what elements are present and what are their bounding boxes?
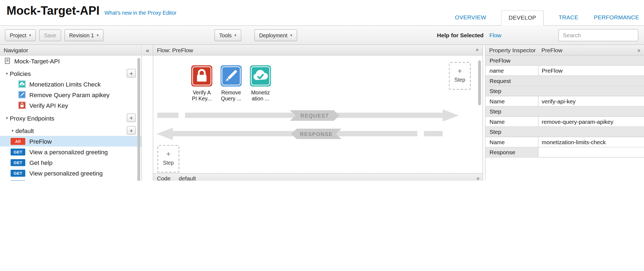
navigator-collapse-gutter: «: [142, 45, 153, 181]
property-inspector-title: Property Inspector: [489, 47, 536, 53]
nav-flow-view-a-personalized-greeting[interactable]: GETView a personalized greeting: [0, 147, 142, 157]
nav-flow-label: View API affirmation: [29, 180, 84, 181]
inspector-value[interactable]: remove-query-param-apikey: [539, 117, 644, 127]
deployment-menu-label: Deployment: [259, 32, 287, 38]
flow-panel-title: Flow: PreFlow: [157, 47, 193, 53]
collapse-code-button[interactable]: «: [476, 175, 479, 181]
inspector-label: Name: [486, 137, 539, 147]
flow-policy-monetization[interactable]: Monetization ...: [246, 65, 275, 102]
flow-policy-label-line: ation ...: [246, 96, 275, 102]
method-badge: GET: [11, 170, 25, 177]
nav-flow-preflow[interactable]: AllPreFlow: [0, 136, 142, 147]
monetization-icon: [250, 65, 271, 87]
nav-policy-monetization-limits-check[interactable]: Monetization Limits Check: [0, 79, 142, 90]
flow-policy-label: RemoveQuery ...: [217, 90, 246, 102]
inspector-value[interactable]: PreFlow: [539, 66, 644, 76]
flow-policy-pencil[interactable]: RemoveQuery ...: [217, 65, 246, 102]
caret-down-icon: ▾: [97, 33, 99, 37]
inspector-label: name: [486, 66, 539, 76]
lock-icon: [18, 102, 26, 109]
property-inspector-header: Property Inspector PreFlow »: [486, 45, 644, 56]
save-button-label: Save: [44, 32, 56, 38]
response-label: RESPONSE: [291, 129, 342, 139]
add-step-button-request[interactable]: + Step: [449, 62, 471, 90]
navigator-scrollbar[interactable]: [137, 58, 140, 181]
inspector-property: Nameverify-api-key: [486, 96, 644, 107]
inspector-value[interactable]: monetization-limits-check: [539, 137, 644, 147]
nav-section-proxy-endpoints[interactable]: ▾Proxy Endpoints+: [0, 113, 142, 123]
inspector-label: Name: [486, 117, 539, 127]
plus-icon: +: [450, 67, 470, 75]
code-panel-title: Code: [157, 175, 171, 181]
tab-performance[interactable]: PERFORMANCE: [593, 10, 640, 26]
tools-menu-button[interactable]: Tools ▾: [214, 29, 241, 41]
inspector-property: namePreFlow: [486, 66, 644, 76]
inspector-label: Name: [486, 96, 539, 106]
whats-new-link[interactable]: What's new in the Proxy Editor: [104, 10, 176, 16]
inspector-value[interactable]: verify-api-key: [539, 96, 644, 106]
nav-flow-label: PreFlow: [29, 138, 52, 145]
navigator-tree: Mock-Target-API▾Policies+Monetization Li…: [0, 56, 142, 181]
project-menu-button[interactable]: Project ▾: [5, 29, 36, 41]
tools-menu-label: Tools: [219, 32, 232, 38]
flow-scrollbar[interactable]: [478, 60, 481, 105]
nav-flow-label: Get help: [29, 159, 52, 166]
tab-trace[interactable]: TRACE: [558, 10, 579, 26]
monetization-icon: [18, 81, 26, 88]
deployment-menu-button[interactable]: Deployment ▾: [254, 29, 297, 41]
code-panel-header: Code default «: [153, 173, 483, 181]
nav-root-item[interactable]: Mock-Target-API: [0, 56, 142, 66]
nav-section-policies[interactable]: ▾Policies+: [0, 68, 142, 79]
inspector-section-step: Step: [486, 127, 644, 137]
tab-develop[interactable]: DEVELOP: [501, 10, 544, 26]
disclosure-triangle-icon: ▾: [4, 72, 10, 76]
plus-icon: +: [158, 150, 179, 158]
step-button-label: Step: [158, 160, 179, 166]
revision-menu-button[interactable]: Revision 1 ▾: [64, 29, 103, 41]
project-menu-label: Project: [10, 32, 26, 38]
inspector-section-response: Response: [486, 147, 644, 158]
nav-section-label: Policies: [10, 70, 31, 77]
code-tab-default[interactable]: default: [179, 175, 196, 181]
caret-down-icon: ▾: [290, 33, 292, 37]
nav-flow-get-help[interactable]: GETGet help: [0, 157, 142, 168]
method-badge: GET: [11, 148, 25, 155]
nav-policy-verify-api-key[interactable]: Verify API Key: [0, 100, 142, 111]
method-badge: GET: [11, 180, 25, 181]
help-flow-link[interactable]: Flow: [489, 32, 501, 38]
caret-down-icon: ▾: [29, 33, 31, 37]
property-inspector-table: PreFlownamePreFlowRequestStepNameverify-…: [486, 56, 644, 158]
nav-section-label: Proxy Endpoints: [10, 115, 54, 122]
nav-flow-view-api-affirmation[interactable]: GETView API affirmation: [0, 178, 142, 181]
flow-policy-lock[interactable]: Verify API Key...: [187, 65, 217, 102]
chevron-double-left-icon: «: [146, 47, 149, 53]
nav-group-default[interactable]: ▾default+: [0, 125, 142, 136]
nav-flow-view-personalized-greeting[interactable]: GETView personalized greeting: [0, 168, 142, 178]
add-button[interactable]: +: [127, 69, 136, 78]
inspector-section-step: Step: [486, 107, 644, 117]
response-arrowhead-icon: [157, 128, 173, 140]
flow-policy-label-line: Remove: [217, 90, 246, 96]
navigator-panel: Navigator Mock-Target-API▾Policies+Monet…: [0, 45, 142, 181]
save-button[interactable]: Save: [39, 29, 61, 41]
add-button[interactable]: +: [127, 113, 136, 122]
request-flow-line-gap: [179, 113, 185, 118]
lock-icon: [191, 65, 212, 87]
method-badge: GET: [11, 159, 25, 166]
flow-policy-label-line: Monetiz: [246, 90, 275, 96]
search-input[interactable]: [558, 29, 638, 41]
nav-policy-remove-query-param-apikey[interactable]: Remove Query Param apikey: [0, 90, 142, 100]
collapse-inspector-button[interactable]: »: [637, 47, 640, 53]
request-label: REQUEST: [290, 110, 340, 121]
inspector-section-request: Request: [486, 76, 644, 86]
step-button-label: Step: [450, 77, 470, 83]
tab-overview[interactable]: OVERVIEW: [454, 10, 487, 26]
collapse-flow-button[interactable]: «: [476, 47, 479, 53]
inspector-value[interactable]: [539, 147, 644, 157]
add-button[interactable]: +: [127, 126, 136, 135]
flow-policy-label-line: Query ...: [217, 96, 246, 102]
nav-policy-label: Monetization Limits Check: [29, 81, 101, 88]
collapse-navigator-button[interactable]: «: [142, 45, 153, 56]
nav-policy-label: Remove Query Param apikey: [29, 91, 110, 98]
add-step-button-response[interactable]: + Step: [157, 145, 179, 173]
